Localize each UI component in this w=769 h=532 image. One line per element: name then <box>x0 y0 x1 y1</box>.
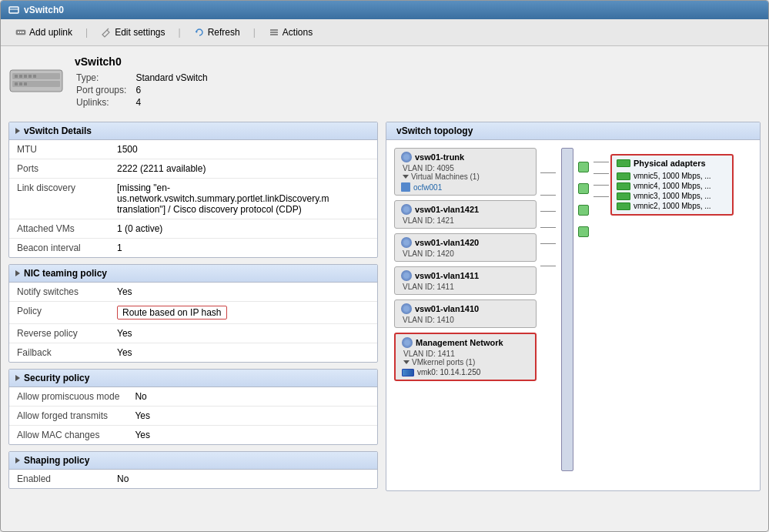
main-content: vSwitch0 Type: Standard vSwitch Port gro… <box>1 46 768 501</box>
ports-value: 2222 (2211 available) <box>109 159 377 179</box>
table-row: Attached VMs 1 (0 active) <box>9 219 377 239</box>
refresh-button[interactable]: Refresh <box>187 24 247 41</box>
node-title: vsw01-vlan1420 <box>401 237 530 248</box>
svg-rect-8 <box>270 29 278 31</box>
table-row: Enabled No <box>9 470 377 488</box>
svg-rect-17 <box>28 75 32 78</box>
switch-info: vSwitch0 Type: Standard vSwitch Port gro… <box>75 55 209 109</box>
topo-node-management-network: Management Network VLAN ID: 1411 VMkerne… <box>394 333 537 381</box>
topology-nodes: vsw01-trunk VLAN ID: 4095 Virtual Machin… <box>394 148 537 381</box>
collapse-triangle <box>15 375 20 381</box>
node-name: vsw01-vlan1420 <box>415 238 479 247</box>
node-title: vsw01-vlan1410 <box>401 303 530 314</box>
policy-value: Route based on IP hash <box>109 302 377 324</box>
node-sub-label: VMkernel ports (1) <box>402 358 529 366</box>
switch-name: vSwitch0 <box>75 55 209 68</box>
add-uplink-icon <box>15 27 26 38</box>
actions-icon <box>269 27 279 38</box>
svg-rect-10 <box>270 34 278 35</box>
nic-icon <box>617 159 630 167</box>
forged-transmits-value: Yes <box>127 407 377 426</box>
topo-node-vsw01-vlan1420: vsw01-vlan1420 VLAN ID: 1420 <box>394 233 537 262</box>
add-uplink-button[interactable]: Add uplink <box>8 24 79 41</box>
vm-icon <box>401 182 410 192</box>
port-square <box>578 162 589 172</box>
notify-switches-label: Notify switches <box>9 283 109 302</box>
adapter-item: vmnic4, 1000 Mbps, ... <box>617 181 727 191</box>
link-discovery-label: Link discovery <box>9 179 109 219</box>
mac-changes-value: Yes <box>127 426 377 445</box>
port-square <box>578 226 589 237</box>
nic-teaming-title: NIC teaming policy <box>24 268 107 279</box>
topology-title: vSwitch topology <box>396 125 473 136</box>
edit-icon <box>101 27 112 38</box>
svg-rect-9 <box>270 32 278 33</box>
svg-rect-15 <box>19 75 22 78</box>
topology-container: vSwitch topology vsw01-trunk VLAN <box>386 122 761 491</box>
nic-icon <box>617 182 630 190</box>
table-row: Allow MAC changes Yes <box>9 426 377 445</box>
connector-line <box>593 185 609 186</box>
svg-rect-18 <box>33 75 36 78</box>
table-row: Failback Yes <box>9 343 377 363</box>
reverse-policy-label: Reverse policy <box>9 324 109 343</box>
node-title: vsw01-vlan1411 <box>401 270 530 281</box>
svg-rect-3 <box>18 32 19 33</box>
left-panel: vSwitch Details MTU 1500 Ports 2222 (221… <box>8 122 378 495</box>
actions-button[interactable]: Actions <box>262 24 319 41</box>
shaping-policy-header: Shaping policy <box>9 452 377 470</box>
connector-line <box>540 195 556 196</box>
switch-bar <box>561 148 573 471</box>
node-vlan: VLAN ID: 1411 <box>402 350 529 358</box>
svg-rect-0 <box>9 7 18 13</box>
policy-label: Policy <box>9 302 109 324</box>
connector-line <box>540 243 556 244</box>
connector-lines-col <box>537 148 560 280</box>
collapse-triangle <box>15 457 20 463</box>
node-vlan: VLAN ID: 1420 <box>401 249 530 258</box>
attached-vms-label: Attached VMs <box>9 219 109 239</box>
topo-node-vsw01-vlan1410: vsw01-vlan1410 VLAN ID: 1410 <box>394 299 537 328</box>
type-value: Standard vSwitch <box>135 72 207 83</box>
sub-label-text: Virtual Machines (1) <box>411 172 480 181</box>
shaping-policy-table: Enabled No <box>9 470 377 488</box>
physical-adapters-container: Physical adapters vmnic5, 1000 Mbps, ...… <box>610 154 734 216</box>
network-icon <box>401 270 412 281</box>
network-icon <box>401 204 412 215</box>
network-icon <box>401 237 412 248</box>
svg-rect-19 <box>15 82 18 85</box>
table-row: MTU 1500 <box>9 140 377 159</box>
adapter-name: vmnic3, 1000 Mbps, ... <box>634 192 711 200</box>
switch-header: vSwitch0 Type: Standard vSwitch Port gro… <box>8 52 761 112</box>
node-name: vsw01-vlan1421 <box>415 205 479 214</box>
mtu-label: MTU <box>9 140 109 159</box>
adapter-name: vmnic2, 1000 Mbps, ... <box>634 202 711 210</box>
security-policy-table: Allow promiscuous mode No Allow forged t… <box>9 387 377 444</box>
port-squares-col <box>575 156 592 243</box>
window-title: vSwitch0 <box>24 5 64 15</box>
vm-name: ocfw001 <box>413 183 442 192</box>
type-label: Type: <box>76 72 134 83</box>
failback-value: Yes <box>109 343 377 363</box>
divider-2: | <box>176 27 184 38</box>
vswitch-details-header: vSwitch Details <box>9 122 377 140</box>
node-vlan: VLAN ID: 1411 <box>401 283 530 291</box>
network-icon <box>402 337 413 348</box>
svg-rect-21 <box>24 82 27 85</box>
expand-icon <box>403 175 409 179</box>
edit-settings-button[interactable]: Edit settings <box>94 24 172 41</box>
vmkernel-icon <box>402 369 414 376</box>
vswitch-details-section: vSwitch Details MTU 1500 Ports 2222 (221… <box>8 122 378 258</box>
divider-3: | <box>250 27 259 38</box>
svg-rect-20 <box>19 82 22 85</box>
add-uplink-label: Add uplink <box>29 27 72 38</box>
security-policy-header: Security policy <box>9 370 377 387</box>
right-panel: vSwitch topology vsw01-trunk VLAN <box>386 122 761 495</box>
node-vlan: VLAN ID: 1421 <box>401 216 530 225</box>
physical-adapters-box: Physical adapters vmnic5, 1000 Mbps, ...… <box>610 154 734 216</box>
uplinks-label: Uplinks: <box>76 97 134 108</box>
physical-adapters-label: Physical adapters <box>634 159 706 168</box>
node-sub-label: Virtual Machines (1) <box>401 172 530 181</box>
port-groups-value: 6 <box>135 85 207 95</box>
collapse-triangle <box>15 270 20 276</box>
